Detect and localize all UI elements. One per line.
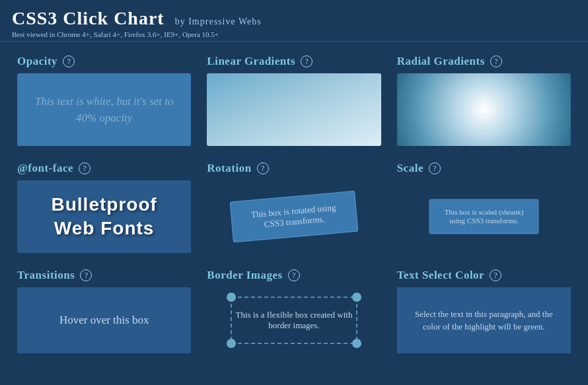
fontface-demo: BulletproofWeb Fonts bbox=[17, 180, 191, 253]
svg-point-7 bbox=[352, 339, 361, 348]
rotation-demo: This box is rotated using CSS3 transform… bbox=[207, 180, 381, 253]
transitions-text: Hover over this box bbox=[59, 314, 149, 327]
rotation-cell: Rotation ? This box is rotated using CSS… bbox=[199, 155, 388, 262]
text-select-text: Select the text in this paragraph, and t… bbox=[406, 308, 562, 333]
transitions-cell: Transitions ? Hover over this box bbox=[9, 262, 199, 363]
header-subtitle: Best viewed in Chrome 4+, Safari 4+, Fir… bbox=[12, 30, 576, 38]
border-images-text: This is a flexible box created with bord… bbox=[225, 310, 363, 331]
rotation-box: This box is rotated using CSS3 transform… bbox=[230, 191, 359, 242]
fontface-cell: @font-face ? BulletproofWeb Fonts bbox=[9, 155, 199, 262]
fontface-help[interactable]: ? bbox=[79, 162, 91, 174]
linear-gradients-header: Linear Gradients ? bbox=[207, 55, 381, 68]
text-select-color-title: Text Select Color bbox=[397, 269, 485, 282]
transitions-title: Transitions bbox=[17, 269, 75, 282]
scale-box: This box is scaled (shrunk) using CSS3 t… bbox=[429, 199, 538, 234]
border-images-demo: This is a flexible box created with bord… bbox=[207, 287, 381, 353]
scale-header: Scale ? bbox=[397, 162, 571, 175]
svg-point-5 bbox=[352, 293, 361, 302]
rotation-header: Rotation ? bbox=[207, 162, 381, 175]
linear-gradients-help[interactable]: ? bbox=[301, 55, 312, 67]
fontface-text: BulletproofWeb Fonts bbox=[52, 193, 157, 241]
transitions-help[interactable]: ? bbox=[80, 269, 92, 281]
opacity-header: Opacity ? bbox=[17, 55, 191, 68]
opacity-text: This text is white, but it's set to 40% … bbox=[17, 87, 191, 133]
text-select-color-header: Text Select Color ? bbox=[397, 269, 571, 282]
page-header: CSS3 Click Chart by Impressive Webs Best… bbox=[0, 0, 588, 42]
radial-gradients-help[interactable]: ? bbox=[490, 55, 502, 67]
transitions-header: Transitions ? bbox=[17, 269, 191, 282]
fontface-title: @font-face bbox=[17, 162, 73, 175]
border-images-header: Border Images ? bbox=[207, 269, 381, 282]
linear-gradients-title: Linear Gradients bbox=[207, 55, 295, 68]
border-images-cell: Border Images ? This is a flexible box c… bbox=[199, 262, 388, 363]
opacity-title: Opacity bbox=[17, 55, 57, 68]
page-title: CSS3 Click Chart by Impressive Webs bbox=[12, 8, 576, 29]
radial-gradients-header: Radial Gradients ? bbox=[397, 55, 571, 68]
border-images-title: Border Images bbox=[207, 269, 282, 282]
linear-gradients-cell: Linear Gradients ? bbox=[199, 48, 388, 155]
scale-help[interactable]: ? bbox=[429, 162, 441, 174]
title-text: CSS3 Click Chart bbox=[12, 8, 165, 28]
opacity-cell: Opacity ? This text is white, but it's s… bbox=[9, 48, 199, 155]
transitions-demo[interactable]: Hover over this box bbox=[17, 287, 191, 353]
radial-gradients-demo bbox=[397, 73, 571, 146]
scale-text: This box is scaled (shrunk) using CSS3 t… bbox=[444, 207, 523, 225]
opacity-demo: This text is white, but it's set to 40% … bbox=[17, 73, 191, 146]
fontface-header: @font-face ? bbox=[17, 162, 191, 175]
svg-point-4 bbox=[227, 293, 236, 302]
radial-gradients-cell: Radial Gradients ? bbox=[389, 48, 579, 155]
text-select-color-help[interactable]: ? bbox=[490, 269, 501, 281]
scale-demo: This box is scaled (shrunk) using CSS3 t… bbox=[397, 180, 571, 253]
rotation-text: This box is rotated using CSS3 transform… bbox=[251, 202, 336, 228]
rotation-help[interactable]: ? bbox=[257, 162, 269, 174]
radial-gradients-title: Radial Gradients bbox=[397, 55, 485, 68]
svg-point-6 bbox=[227, 339, 236, 348]
text-select-color-cell: Text Select Color ? Select the text in t… bbox=[389, 262, 579, 363]
opacity-help[interactable]: ? bbox=[63, 55, 75, 67]
scale-cell: Scale ? This box is scaled (shrunk) usin… bbox=[389, 155, 579, 262]
rotation-title: Rotation bbox=[207, 162, 251, 175]
border-images-box: This is a flexible box created with bord… bbox=[225, 291, 363, 350]
linear-gradients-demo bbox=[207, 73, 381, 146]
border-images-help[interactable]: ? bbox=[288, 269, 300, 281]
main-grid: Opacity ? This text is white, but it's s… bbox=[0, 42, 588, 369]
text-select-demo[interactable]: Select the text in this paragraph, and t… bbox=[397, 287, 571, 353]
scale-title: Scale bbox=[397, 162, 423, 175]
by-text: by Impressive Webs bbox=[175, 17, 262, 26]
